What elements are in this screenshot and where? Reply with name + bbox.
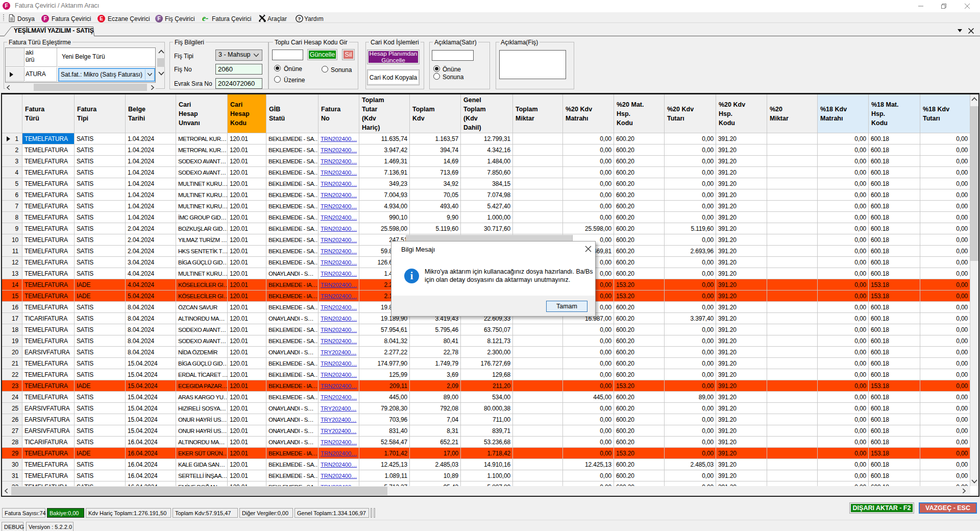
- svg-text:?: ?: [298, 16, 301, 21]
